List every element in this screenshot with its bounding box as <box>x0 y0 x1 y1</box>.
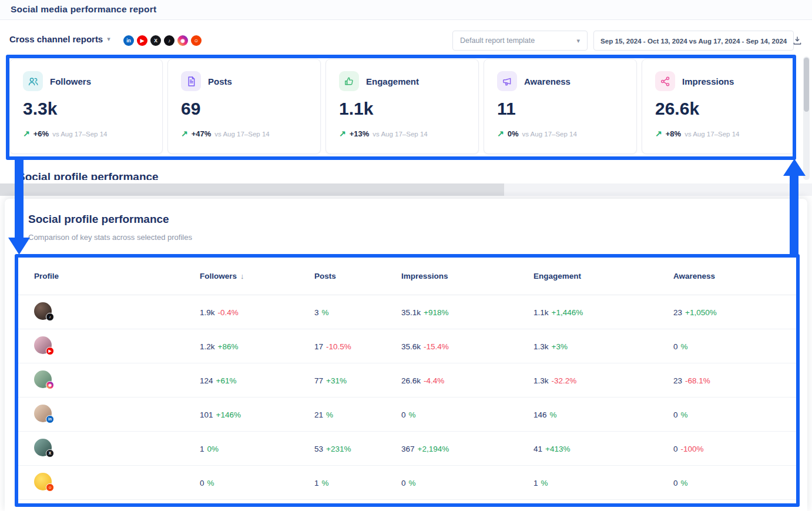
trend-up-icon: ↗ <box>497 129 504 138</box>
screenshot-seam-band-light <box>504 183 812 196</box>
metric-card-impressions: Impressions 26.6k ↗ +8% vs Aug 17–Sep 14 <box>642 59 795 154</box>
instagram-profile-avatar[interactable]: ◉ <box>34 370 52 388</box>
youtube-icon[interactable]: ▶ <box>137 35 147 46</box>
stat-posts: 53+231% <box>314 443 401 454</box>
instagram-badge-icon: ◉ <box>46 381 54 389</box>
metric-compare-period: vs Aug 17–Sep 14 <box>522 131 577 138</box>
stat-engagement: 146% <box>533 409 673 420</box>
metric-compare-period: vs Aug 17–Sep 14 <box>214 131 269 138</box>
table-row-linkedin: in 101+146% 21% 0% 146% 0% <box>18 398 796 432</box>
metric-label: Engagement <box>366 76 419 86</box>
cross-channel-reports-dropdown[interactable]: Cross channel reports ▾ <box>9 34 110 44</box>
metric-label: Posts <box>208 76 232 86</box>
table-row-reddit: ☺ 0% 1% 0% 1% 0% <box>18 466 796 500</box>
awareness-icon <box>497 71 517 91</box>
stat-impressions: 35.1k+918% <box>401 307 533 318</box>
stat-posts: 1% <box>314 477 401 488</box>
scrollbar-thumb[interactable] <box>804 58 809 112</box>
stat-impressions: 367+2,194% <box>401 443 533 454</box>
column-header-posts[interactable]: Posts <box>314 272 401 280</box>
metric-change: +13% <box>350 129 370 138</box>
x-profile-avatar[interactable]: X <box>34 439 52 456</box>
section-title: Social profile performance <box>28 213 169 226</box>
stat-followers: 1.9k-0.4% <box>200 307 314 318</box>
tiktok-profile-avatar[interactable]: ♪ <box>34 302 52 320</box>
tiktok-icon[interactable]: ♪ <box>164 35 175 46</box>
metric-value: 1.1k <box>339 99 465 119</box>
trend-up-icon: ↗ <box>181 129 188 138</box>
stat-posts: 17-10.5% <box>314 341 401 352</box>
metric-card-awareness: Awareness 11 ↗ 0% vs Aug 17–Sep 14 <box>484 59 637 154</box>
reddit-profile-avatar[interactable]: ☺ <box>34 473 52 490</box>
cross-channel-reports-label: Cross channel reports <box>9 34 103 44</box>
date-range-picker[interactable]: Sep 15, 2024 - Oct 13, 2024 vs Aug 17, 2… <box>593 31 794 51</box>
stat-posts: 21% <box>314 409 401 420</box>
metric-compare-period: vs Aug 17–Sep 14 <box>685 131 739 138</box>
linkedin-badge-icon: in <box>46 415 54 423</box>
stat-awareness: 0% <box>673 409 796 420</box>
column-header-followers[interactable]: Followers↓ <box>200 272 314 280</box>
column-header-impressions[interactable]: Impressions <box>401 272 533 280</box>
metric-label: Followers <box>50 76 91 86</box>
stat-engagement: 1.3k-32.2% <box>533 375 673 386</box>
stat-engagement: 1.1k+1,446% <box>533 307 673 318</box>
scrollbar-track[interactable] <box>803 56 810 180</box>
sort-desc-icon: ↓ <box>240 272 244 280</box>
report-template-select[interactable]: Default report template ▾ <box>452 31 588 51</box>
metric-value: 11 <box>497 99 623 119</box>
followers-icon <box>23 71 43 91</box>
stat-followers: 10% <box>200 443 314 454</box>
download-button[interactable] <box>790 33 805 48</box>
metric-change: 0% <box>508 129 519 138</box>
stat-awareness: 0-100% <box>673 443 796 454</box>
stat-followers: 101+146% <box>200 409 314 420</box>
stat-posts: 3% <box>314 307 401 318</box>
metric-change: +6% <box>33 129 49 138</box>
metric-label: Awareness <box>524 76 571 86</box>
clipped-section-heading: Social profile performance <box>18 171 159 180</box>
tiktok-badge-icon: ♪ <box>46 313 54 321</box>
metric-value: 69 <box>181 99 307 119</box>
top-header-bar: Social media performance report <box>0 0 812 20</box>
stat-awareness: 0% <box>673 341 796 352</box>
table-row-instagram: ◉ 124+61% 77+31% 26.6k-4.4% 1.3k-32.2% 2… <box>18 363 796 398</box>
table-row-tiktok: ♪ 1.9k-0.4% 3% 35.1k+918% 1.1k+1,446% 23… <box>18 295 796 329</box>
stat-awareness: 23+1,050% <box>673 307 796 318</box>
metric-change: +8% <box>666 129 681 138</box>
trend-up-icon: ↗ <box>339 129 346 138</box>
youtube-profile-avatar[interactable]: ▶ <box>34 336 52 354</box>
metric-card-posts: Posts 69 ↗ +47% vs Aug 17–Sep 14 <box>167 59 321 154</box>
column-header-engagement[interactable]: Engagement <box>533 272 673 280</box>
stat-impressions: 0% <box>401 409 533 420</box>
column-header-awareness[interactable]: Awareness <box>673 272 796 280</box>
metric-change: +47% <box>192 129 212 138</box>
stat-engagement: 41+413% <box>533 443 673 454</box>
reddit-icon[interactable]: ☺ <box>191 35 202 46</box>
stat-followers: 124+61% <box>200 375 314 386</box>
trend-up-icon: ↗ <box>23 129 30 138</box>
chevron-down-icon: ▾ <box>576 37 580 45</box>
linkedin-icon[interactable]: in <box>123 35 134 46</box>
engagement-icon <box>339 71 359 91</box>
linkedin-profile-avatar[interactable]: in <box>34 405 52 422</box>
stat-followers: 1.2k+86% <box>200 341 314 352</box>
trend-up-icon: ↗ <box>655 129 662 138</box>
reddit-badge-icon: ☺ <box>46 483 54 492</box>
youtube-badge-icon: ▶ <box>46 347 54 355</box>
stat-impressions: 26.6k-4.4% <box>401 375 533 386</box>
x-icon[interactable]: X <box>150 35 161 46</box>
social-profile-performance-panel: Social profile performance Comparison of… <box>5 199 807 511</box>
stat-engagement: 1% <box>533 477 673 488</box>
stat-posts: 77+31% <box>314 375 401 386</box>
chevron-down-icon: ▾ <box>107 35 110 43</box>
impressions-icon <box>655 71 675 91</box>
page-title: Social media performance report <box>11 4 156 15</box>
channel-icon-row: in▶X♪◉☺ <box>123 35 202 46</box>
profile-performance-table: Profile Followers↓ Posts Impressions Eng… <box>18 258 796 503</box>
x-badge-icon: X <box>46 449 54 457</box>
instagram-icon[interactable]: ◉ <box>177 35 188 46</box>
profile-table-body: ♪ 1.9k-0.4% 3% 35.1k+918% 1.1k+1,446% 23… <box>18 295 796 500</box>
report-template-value: Default report template <box>460 36 535 45</box>
section-subtitle: Comparison of key stats across selected … <box>28 233 192 242</box>
stat-awareness: 23-68.1% <box>673 375 796 386</box>
